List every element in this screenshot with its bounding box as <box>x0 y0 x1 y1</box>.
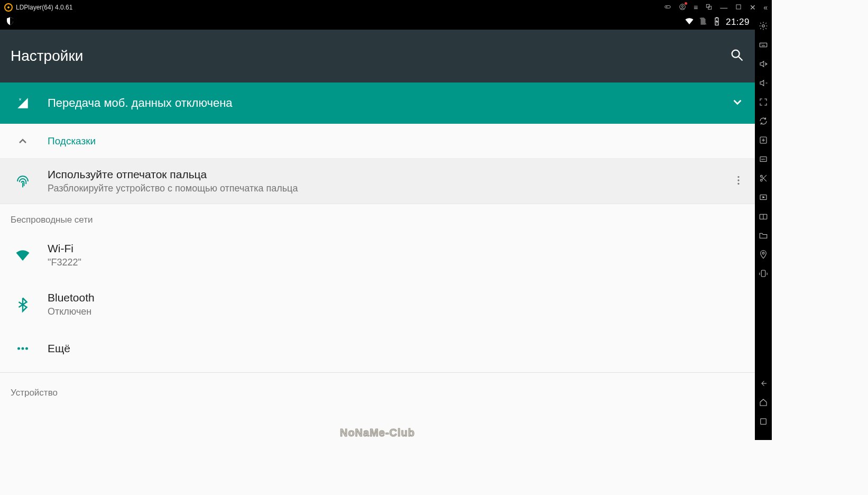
svg-point-45 <box>17 347 20 350</box>
account-icon[interactable] <box>679 3 686 12</box>
hint-fingerprint[interactable]: Используйте отпечаток пальца Разблокируй… <box>0 159 755 204</box>
chevron-down-icon[interactable] <box>731 95 744 111</box>
svg-line-25 <box>762 175 767 179</box>
menu-icon[interactable]: ≡ <box>694 4 698 11</box>
svg-point-23 <box>760 179 762 181</box>
svg-line-39 <box>739 57 743 61</box>
gamepad-icon[interactable] <box>664 3 671 12</box>
android-screen: 21:29 Настройки × Передача моб. данных о… <box>0 15 755 440</box>
svg-point-47 <box>25 347 28 350</box>
folder-icon[interactable] <box>755 231 772 240</box>
hints-label: Подсказки <box>48 135 96 147</box>
hint-subtitle: Разблокируйте устройство с помощью отпеч… <box>48 183 733 194</box>
collapse-sidebar-icon[interactable]: « <box>763 4 768 11</box>
svg-rect-6 <box>708 6 712 9</box>
wifi-subtitle: "F3222" <box>48 257 81 268</box>
hints-header[interactable]: Подсказки <box>0 124 755 159</box>
volume-up-icon[interactable] <box>755 59 772 69</box>
page-title: Настройки <box>11 48 83 65</box>
volume-down-icon[interactable] <box>755 78 772 88</box>
svg-text:×: × <box>19 97 21 102</box>
settings-app-bar: Настройки <box>0 30 755 82</box>
svg-rect-33 <box>761 419 767 425</box>
more-title: Ещё <box>48 342 70 355</box>
svg-text:APK: APK <box>761 159 765 161</box>
bluetooth-row[interactable]: Bluetooth Отключен <box>0 280 755 329</box>
sync-icon[interactable] <box>755 116 772 126</box>
bluetooth-icon <box>11 297 35 313</box>
svg-rect-5 <box>707 4 710 7</box>
emulator-titlebar: LDPlayer(64) 4.0.61 ≡ — ✕ « <box>0 0 772 15</box>
svg-point-38 <box>732 50 740 58</box>
maximize-button[interactable] <box>735 3 742 12</box>
recents-button-icon[interactable] <box>755 417 772 426</box>
close-button[interactable]: ✕ <box>750 4 756 11</box>
mobile-data-banner[interactable]: × Передача моб. данных отключена <box>0 82 755 124</box>
back-button-icon[interactable] <box>755 379 772 388</box>
battery-charging-icon <box>712 16 722 28</box>
svg-rect-0 <box>665 5 671 8</box>
emulator-title: LDPlayer(64) 4.0.61 <box>16 4 664 11</box>
section-device-header: Устройство <box>0 377 755 404</box>
android-status-bar: 21:29 <box>0 15 755 30</box>
multiwindow-icon[interactable] <box>705 3 713 12</box>
svg-point-4 <box>681 5 684 7</box>
svg-rect-7 <box>736 4 741 8</box>
wifi-icon <box>685 16 694 28</box>
svg-marker-27 <box>763 196 765 199</box>
svg-point-30 <box>762 252 764 254</box>
svg-marker-37 <box>716 19 718 24</box>
home-button-icon[interactable] <box>755 398 772 407</box>
app-root: LDPlayer(64) 4.0.61 ≡ — ✕ « APK <box>0 0 772 440</box>
svg-point-42 <box>737 176 739 177</box>
settings-gear-icon[interactable] <box>755 21 772 31</box>
svg-point-22 <box>760 175 762 177</box>
sim-off-icon <box>698 16 708 28</box>
svg-rect-31 <box>761 270 765 277</box>
more-row[interactable]: Ещё <box>0 329 755 368</box>
wifi-row[interactable]: Wi-Fi "F3222" <box>0 231 755 280</box>
hint-title: Используйте отпечаток пальца <box>48 168 733 181</box>
cellular-off-icon: × <box>11 96 35 110</box>
location-icon[interactable] <box>755 250 772 259</box>
multi-instance-icon[interactable] <box>755 212 772 221</box>
apk-install-icon[interactable]: APK <box>755 154 772 164</box>
svg-rect-36 <box>716 17 717 19</box>
record-icon[interactable] <box>755 192 772 202</box>
svg-line-24 <box>762 177 767 181</box>
ldplayer-logo-icon <box>4 3 13 12</box>
bluetooth-title: Bluetooth <box>48 291 95 304</box>
add-instance-icon[interactable] <box>755 135 772 145</box>
banner-text: Передача моб. данных отключена <box>48 96 233 110</box>
more-vert-icon[interactable] <box>733 175 744 188</box>
svg-rect-9 <box>760 43 767 47</box>
svg-point-44 <box>737 182 739 184</box>
svg-point-8 <box>762 25 765 28</box>
keyboard-icon[interactable] <box>755 40 772 50</box>
search-button[interactable] <box>730 48 744 65</box>
settings-content: Подсказки Используйте отпечаток пальца Р… <box>0 124 755 440</box>
svg-point-3 <box>680 4 686 10</box>
fullscreen-icon[interactable] <box>755 97 772 107</box>
emulator-sidebar: APK <box>755 15 772 440</box>
svg-point-46 <box>22 347 24 350</box>
wifi-title: Wi-Fi <box>48 242 81 255</box>
status-clock: 21:29 <box>726 17 750 28</box>
shield-icon <box>5 16 15 28</box>
scissors-icon[interactable] <box>755 173 772 183</box>
emulator-window-controls: ≡ — ✕ « <box>664 3 768 12</box>
more-horiz-icon <box>11 341 35 356</box>
wifi-row-icon <box>11 248 35 263</box>
chevron-up-icon <box>11 135 35 148</box>
section-wireless-header: Беспроводные сети <box>0 204 755 231</box>
svg-point-43 <box>737 179 739 181</box>
bluetooth-subtitle: Отключен <box>48 306 95 317</box>
fingerprint-icon <box>11 173 35 189</box>
rotate-icon[interactable] <box>755 269 772 278</box>
minimize-button[interactable]: — <box>720 4 727 11</box>
section-divider <box>0 372 755 373</box>
